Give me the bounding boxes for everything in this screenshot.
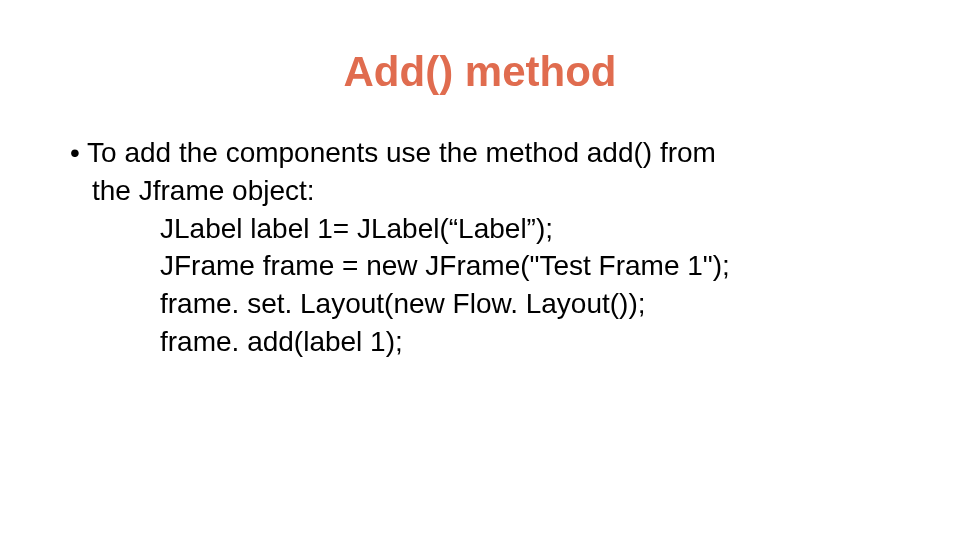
code-line-4: frame. add(label 1); — [70, 323, 890, 361]
bullet-item: • To add the components use the method a… — [70, 134, 890, 172]
code-line-1: JLabel label 1= JLabel(“Label”); — [70, 210, 890, 248]
code-line-2: JFrame frame = new JFrame("Test Frame 1"… — [70, 247, 890, 285]
bullet-text-line2: the Jframe object: — [70, 172, 890, 210]
code-line-3: frame. set. Layout(new Flow. Layout()); — [70, 285, 890, 323]
bullet-marker: • — [70, 134, 80, 172]
slide-title: Add() method — [70, 48, 890, 96]
slide-container: Add() method • To add the components use… — [0, 0, 960, 540]
bullet-text-line1: To add the components use the method add… — [87, 137, 716, 168]
slide-content: • To add the components use the method a… — [70, 134, 890, 361]
